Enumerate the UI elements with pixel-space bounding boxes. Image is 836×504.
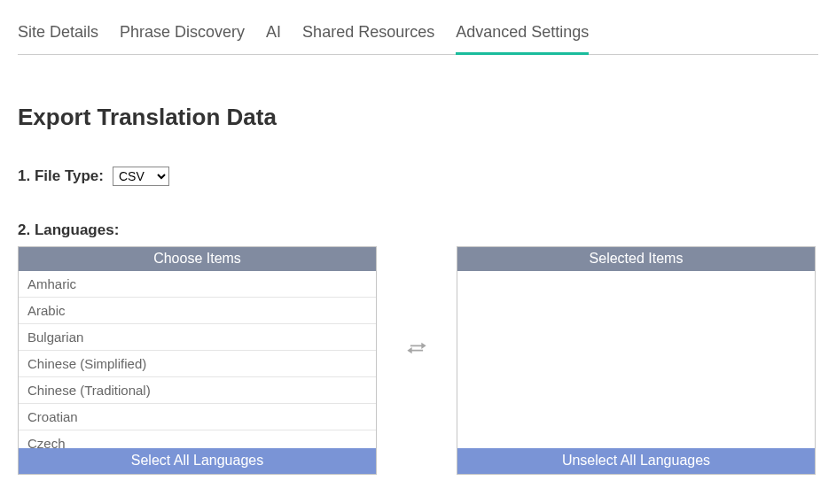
list-item[interactable]: Arabic <box>19 298 376 324</box>
list-item[interactable]: Croatian <box>19 404 376 430</box>
languages-label: 2. Languages: <box>18 221 818 239</box>
page-title: Export Translation Data <box>18 104 818 131</box>
tab-phrase-discovery[interactable]: Phrase Discovery <box>120 16 245 55</box>
selected-items-header: Selected Items <box>457 247 815 271</box>
list-item[interactable]: Amharic <box>19 271 376 298</box>
tab-ai[interactable]: AI <box>266 16 281 55</box>
tab-site-details[interactable]: Site Details <box>18 16 98 55</box>
language-dual-panel: Choose Items Amharic Arabic Bulgarian Ch… <box>18 246 818 475</box>
list-item[interactable]: Chinese (Simplified) <box>19 351 376 377</box>
choose-items-header: Choose Items <box>19 247 376 271</box>
select-all-button[interactable]: Select All Languages <box>19 448 376 474</box>
selected-items-list[interactable] <box>457 271 815 448</box>
tab-advanced-settings[interactable]: Advanced Settings <box>456 16 589 55</box>
tab-shared-resources[interactable]: Shared Resources <box>302 16 434 55</box>
file-type-row: 1. File Type: CSV <box>18 167 818 186</box>
choose-items-panel: Choose Items Amharic Arabic Bulgarian Ch… <box>18 246 377 475</box>
file-type-select[interactable]: CSV <box>113 167 169 186</box>
tab-bar: Site Details Phrase Discovery AI Shared … <box>18 16 818 55</box>
file-type-label: 1. File Type: <box>18 167 104 185</box>
swap-icon[interactable] <box>377 341 457 380</box>
list-item[interactable]: Chinese (Traditional) <box>19 377 376 404</box>
selected-items-panel: Selected Items Unselect All Languages <box>457 246 816 475</box>
choose-items-list[interactable]: Amharic Arabic Bulgarian Chinese (Simpli… <box>19 271 376 448</box>
unselect-all-button[interactable]: Unselect All Languages <box>457 448 815 474</box>
list-item[interactable]: Czech <box>19 430 376 448</box>
list-item[interactable]: Bulgarian <box>19 324 376 351</box>
